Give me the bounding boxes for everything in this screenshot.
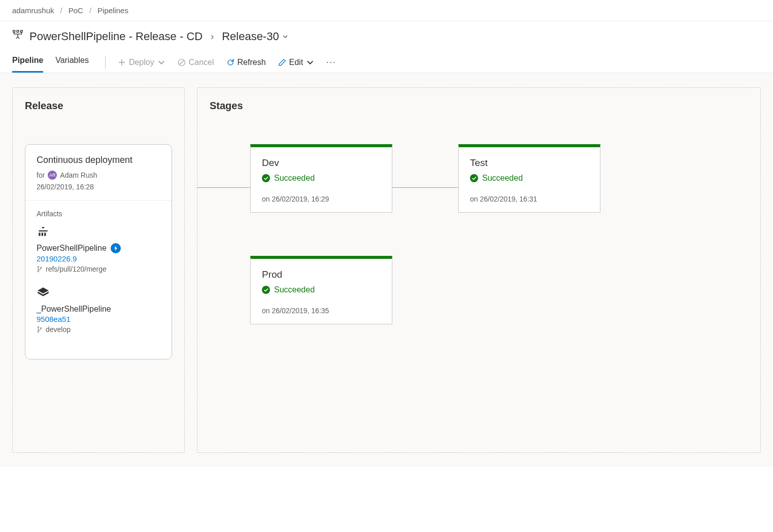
pencil-icon <box>278 58 286 66</box>
repo-artifact-icon <box>37 286 160 302</box>
stage-status: Succeeded <box>262 174 381 183</box>
plus-icon <box>118 58 126 66</box>
chevron-down-icon <box>282 34 288 40</box>
artifact-branch: develop <box>37 325 160 334</box>
avatar: AR <box>48 171 57 180</box>
svg-point-5 <box>38 271 39 272</box>
branch-icon <box>37 265 43 273</box>
artifacts-label: Artifacts <box>37 210 160 218</box>
chevron-down-icon <box>157 58 165 66</box>
stage-card-test[interactable]: Test Succeeded on 26/02/2019, 16:31 <box>458 144 600 213</box>
build-artifact-icon <box>37 225 160 240</box>
stage-name: Dev <box>262 157 381 169</box>
refresh-button[interactable]: Refresh <box>226 56 266 69</box>
stage-name: Test <box>470 157 589 169</box>
stage-card-dev[interactable]: Dev Succeeded on 26/02/2019, 16:29 <box>250 144 392 213</box>
branch-icon <box>37 326 43 333</box>
svg-point-10 <box>262 174 270 182</box>
success-icon <box>470 174 478 182</box>
artifact-item: _PowerShellPipeline 9508ea51 develop <box>37 286 160 334</box>
pipeline-name[interactable]: PowerShellPipeline - Release - CD <box>29 30 203 43</box>
tabs: Pipeline Variables <box>12 52 89 73</box>
success-icon <box>262 286 270 294</box>
cancel-icon <box>178 58 186 66</box>
release-card-header: Continuous deployment for AR Adam Rush 2… <box>25 145 172 201</box>
stage-timestamp: on 26/02/2019, 16:35 <box>262 307 381 315</box>
artifact-name-link[interactable]: _PowerShellPipeline <box>37 305 111 314</box>
edit-button[interactable]: Edit <box>278 56 315 69</box>
more-actions-button[interactable]: ··· <box>326 56 336 69</box>
success-icon <box>262 174 270 182</box>
release-pipeline-icon <box>12 29 23 44</box>
release-card[interactable]: Continuous deployment for AR Adam Rush 2… <box>25 144 172 359</box>
stage-timestamp: on 26/02/2019, 16:29 <box>262 195 381 203</box>
stage-card-prod[interactable]: Prod Succeeded on 26/02/2019, 16:35 <box>250 256 392 324</box>
stages-grid: Dev Succeeded on 26/02/2019, 16:29 Test … <box>210 144 748 398</box>
release-name-dropdown[interactable]: Release-30 <box>222 30 288 43</box>
artifact-item: PowerShellPipeline 20190226.9 refs/pull/… <box>37 225 160 273</box>
artifact-version-link[interactable]: 20190226.9 <box>37 254 160 263</box>
chevron-down-icon <box>306 58 314 66</box>
tabs-toolbar: Pipeline Variables Deploy Cancel Refresh… <box>0 48 773 73</box>
svg-rect-1 <box>17 30 19 32</box>
svg-point-12 <box>262 286 270 294</box>
stage-status: Succeeded <box>262 285 381 294</box>
main-content: Release Continuous deployment for AR Ada… <box>0 73 773 467</box>
breadcrumb-org[interactable]: adamrushuk <box>12 6 54 15</box>
breadcrumb: adamrushuk / PoC / Pipelines <box>0 0 773 21</box>
svg-point-7 <box>38 326 39 328</box>
stage-name: Prod <box>262 269 381 280</box>
tab-pipeline[interactable]: Pipeline <box>12 52 43 73</box>
cancel-button: Cancel <box>178 56 214 69</box>
breadcrumb-section[interactable]: Pipelines <box>97 6 128 15</box>
breadcrumb-separator: / <box>89 6 91 15</box>
artifact-name-link[interactable]: PowerShellPipeline <box>37 244 107 253</box>
svg-point-11 <box>470 174 478 182</box>
creator-name: Adam Rush <box>60 171 97 179</box>
page-title-row: PowerShellPipeline - Release - CD › Rele… <box>0 21 773 48</box>
chevron-right-icon: › <box>211 31 214 42</box>
lightning-icon <box>111 243 121 253</box>
toolbar: Deploy Cancel Refresh Edit ··· <box>118 56 337 69</box>
svg-point-4 <box>38 266 39 268</box>
stages-panel-title: Stages <box>210 100 748 112</box>
refresh-icon <box>226 58 234 66</box>
breadcrumb-project[interactable]: PoC <box>69 6 83 15</box>
release-date: 26/02/2019, 16:28 <box>37 183 160 191</box>
deploy-button: Deploy <box>118 56 165 69</box>
toolbar-divider <box>105 56 106 69</box>
artifact-name: _PowerShellPipeline <box>37 305 160 314</box>
artifact-version-link[interactable]: 9508ea51 <box>37 315 160 323</box>
svg-point-8 <box>38 331 39 332</box>
svg-point-6 <box>40 267 42 269</box>
tab-variables[interactable]: Variables <box>55 52 89 73</box>
release-panel: Release Continuous deployment for AR Ada… <box>12 87 185 453</box>
stages-panel: Stages Dev Succeeded on 26/02/2019, 16:2… <box>197 87 761 453</box>
artifact-branch: refs/pull/120/merge <box>37 265 160 273</box>
connector-line <box>392 187 458 188</box>
stage-status: Succeeded <box>470 174 589 183</box>
release-creator: for AR Adam Rush <box>37 171 160 180</box>
release-panel-title: Release <box>25 100 172 112</box>
stage-timestamp: on 26/02/2019, 16:31 <box>470 195 589 203</box>
artifacts-section: Artifacts PowerShellPipeline 20190226.9 <box>25 201 172 359</box>
ellipsis-icon: ··· <box>326 58 336 67</box>
breadcrumb-separator: / <box>60 6 62 15</box>
svg-point-9 <box>40 327 42 329</box>
connector-line <box>197 187 250 188</box>
artifact-name: PowerShellPipeline <box>37 243 160 253</box>
release-trigger-title: Continuous deployment <box>37 155 160 165</box>
